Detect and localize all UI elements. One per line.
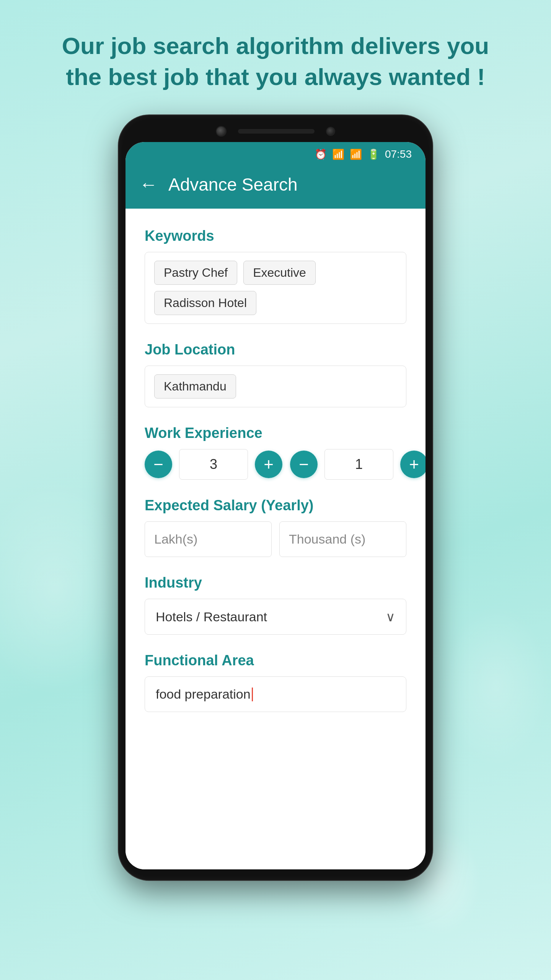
app-header: ← Advance Search (126, 165, 425, 209)
functional-area-label: Functional Area (145, 652, 406, 669)
wifi-icon: 📶 (332, 149, 344, 159)
text-cursor (252, 688, 253, 701)
salary-row: Lakh(s) Thousand (s) (145, 521, 406, 557)
status-bar: ⏰ 📶 📶 🔋 07:53 (126, 142, 425, 165)
front-camera (216, 126, 227, 137)
experience-value-2: 1 (324, 449, 393, 480)
keyword-tag-pastry-chef[interactable]: Pastry Chef (154, 261, 237, 285)
status-icons: ⏰ 📶 📶 🔋 07:53 (315, 148, 412, 160)
minus-icon-1: − (153, 456, 163, 473)
keywords-label: Keywords (145, 228, 406, 244)
status-time: 07:53 (385, 148, 412, 160)
keywords-section: Keywords Pastry Chef Executive Radisson … (145, 228, 406, 324)
phone-top-bar (126, 126, 425, 137)
back-button[interactable]: ← (139, 175, 158, 194)
industry-value: Hotels / Restaurant (156, 609, 267, 624)
job-location-label: Job Location (145, 341, 406, 358)
keywords-field[interactable]: Pastry Chef Executive Radisson Hotel (145, 252, 406, 324)
salary-lakh-input[interactable]: Lakh(s) (145, 521, 272, 557)
decrease-experience-1-button[interactable]: − (145, 451, 172, 478)
phone-device: ⏰ 📶 📶 🔋 07:53 ← Advance Search Keywords … (119, 115, 432, 880)
increase-experience-2-button[interactable]: + (400, 451, 425, 478)
industry-dropdown[interactable]: Hotels / Restaurant ∨ (145, 599, 406, 635)
screen-title: Advance Search (168, 174, 298, 195)
job-location-section: Job Location Kathmandu (145, 341, 406, 407)
decrease-experience-2-button[interactable]: − (290, 451, 318, 478)
work-experience-label: Work Experience (145, 425, 406, 441)
keyword-tag-radisson[interactable]: Radisson Hotel (154, 291, 256, 315)
alarm-icon: ⏰ (315, 149, 327, 159)
industry-section: Industry Hotels / Restaurant ∨ (145, 575, 406, 635)
salary-label: Expected Salary (Yearly) (145, 497, 406, 514)
plus-icon-1: + (264, 456, 274, 473)
job-location-field[interactable]: Kathmandu (145, 366, 406, 407)
signal-icon: 📶 (350, 149, 362, 159)
content-area: Keywords Pastry Chef Executive Radisson … (126, 209, 425, 869)
salary-thousand-placeholder: Thousand (s) (289, 532, 365, 546)
battery-icon: 🔋 (367, 149, 380, 159)
salary-thousand-input[interactable]: Thousand (s) (279, 521, 406, 557)
plus-icon-2: + (409, 456, 419, 473)
functional-area-section: Functional Area food preparation (145, 652, 406, 712)
phone-screen: ⏰ 📶 📶 🔋 07:53 ← Advance Search Keywords … (126, 142, 425, 869)
industry-label: Industry (145, 575, 406, 591)
front-camera-2 (326, 127, 335, 136)
work-experience-row: − 3 + − 1 + (145, 449, 406, 480)
work-experience-section: Work Experience − 3 + (145, 425, 406, 480)
stepper-group-1: − 3 + (145, 449, 282, 480)
keyword-tag-executive[interactable]: Executive (243, 261, 316, 285)
location-tag-kathmandu[interactable]: Kathmandu (154, 374, 236, 399)
experience-value-1: 3 (179, 449, 248, 480)
salary-lakh-placeholder: Lakh(s) (154, 532, 197, 546)
chevron-down-icon: ∨ (386, 609, 395, 624)
functional-area-field[interactable]: food preparation (145, 676, 406, 712)
salary-section: Expected Salary (Yearly) Lakh(s) Thousan… (145, 497, 406, 557)
headline-line1: Our job search algorithm delivers you (62, 33, 489, 59)
speaker-bar (238, 129, 315, 134)
minus-icon-2: − (299, 456, 309, 473)
stepper-group-2: − 1 + (290, 449, 425, 480)
headline: Our job search algorithm delivers you th… (16, 0, 535, 115)
functional-area-value: food preparation (156, 687, 251, 702)
increase-experience-1-button[interactable]: + (255, 451, 282, 478)
headline-line2: the best job that you always wanted ! (66, 64, 485, 90)
